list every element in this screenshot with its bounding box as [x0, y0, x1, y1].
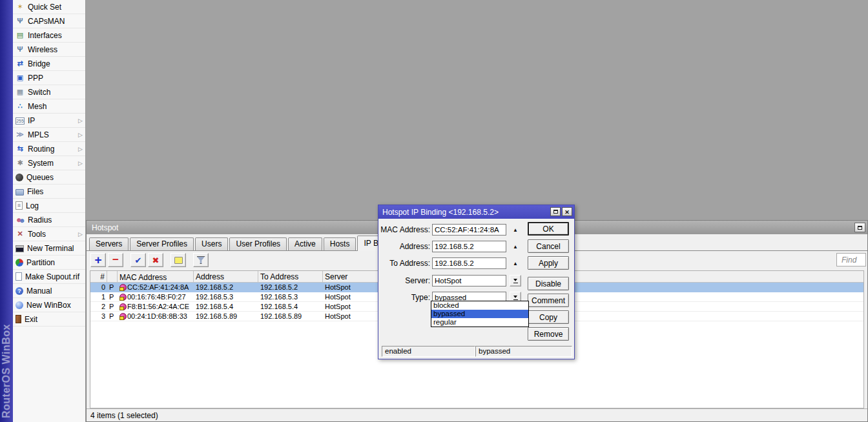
sidebar-item-new-winbox[interactable]: New WinBox — [13, 298, 85, 312]
sidebar-item-tools[interactable]: Tools — [13, 227, 85, 241]
column-header-number[interactable]: # — [90, 271, 107, 282]
row-flag: P — [107, 283, 118, 291]
filter-button[interactable] — [193, 253, 209, 267]
column-header-server[interactable]: Server — [323, 271, 380, 282]
sidebar-item-label: Routing — [28, 145, 78, 154]
address-label: Address: — [380, 242, 430, 251]
sidebar-item-ip[interactable]: IP — [13, 114, 85, 128]
to-address-label: To Address: — [380, 259, 430, 268]
tab-hosts[interactable]: Hosts — [324, 237, 356, 250]
sidebar-item-label: New WinBox — [26, 301, 83, 310]
tab-users[interactable]: Users — [195, 237, 228, 250]
plus-icon — [94, 254, 101, 266]
row-address: 192.168.5.89 — [194, 312, 258, 320]
row-mac-cell: CC:52:AF:41:24:8A — [118, 283, 194, 291]
column-header-address[interactable]: Address — [194, 271, 258, 282]
row-address: 192.168.5.4 — [194, 303, 258, 310]
dropdown-option-regular[interactable]: regular — [431, 318, 528, 327]
restore-icon — [858, 226, 862, 230]
column-header-mac[interactable]: MAC Address — [118, 271, 194, 282]
antenna-icon — [16, 17, 25, 25]
sidebar-item-routing[interactable]: Routing — [13, 142, 85, 156]
tab-server-profiles[interactable]: Server Profiles — [130, 237, 194, 250]
ok-button[interactable]: OK — [528, 222, 569, 236]
cross-icon — [152, 256, 160, 265]
disable-button[interactable]: Disable — [528, 277, 569, 290]
tab-servers[interactable]: Servers — [89, 237, 129, 250]
comment-button[interactable] — [170, 253, 186, 267]
apply-button[interactable]: Apply — [528, 256, 569, 270]
dropdown-option-bypassed[interactable]: bypassed — [431, 310, 528, 318]
sidebar-item-partition[interactable]: Partition — [13, 256, 85, 270]
dialog-maximize-button[interactable] — [550, 207, 561, 216]
sidebar-item-capsman[interactable]: CAPsMAN — [13, 14, 85, 28]
row-server: HotSpot — [323, 283, 380, 291]
sidebar-item-make-supout[interactable]: Make Supout.rif — [13, 270, 85, 284]
up-arrow-button[interactable] — [510, 224, 521, 236]
sidebar-item-label: Queues — [26, 173, 83, 182]
column-header-flags[interactable] — [107, 271, 118, 282]
sidebar-item-label: IP — [28, 116, 78, 125]
sidebar-item-bridge[interactable]: Bridge — [13, 57, 85, 71]
tab-user-profiles[interactable]: User Profiles — [229, 237, 287, 250]
row-number: 3 — [90, 312, 107, 320]
sidebar-item-new-terminal[interactable]: New Terminal — [13, 241, 85, 256]
sidebar-item-label: MPLS — [28, 130, 78, 139]
add-button[interactable] — [90, 253, 106, 267]
mac-address-field[interactable]: CC:52:AF:41:24:8A — [432, 224, 506, 236]
server-dropdown-button[interactable] — [510, 275, 521, 286]
enable-button[interactable] — [130, 253, 146, 267]
sidebar-item-radius[interactable]: Radius — [13, 213, 85, 227]
row-to-address: 192.168.5.4 — [258, 303, 323, 310]
copy-button[interactable]: Copy — [528, 310, 569, 324]
disable-button[interactable] — [148, 253, 163, 267]
to-address-field[interactable]: 192.168.5.2 — [432, 257, 506, 269]
sidebar-item-switch[interactable]: Switch — [13, 85, 85, 99]
sidebar-item-system[interactable]: System — [13, 156, 85, 170]
sidebar-item-manual[interactable]: Manual — [13, 284, 85, 298]
ip-binding-icon — [119, 303, 127, 310]
gear-icon — [16, 159, 25, 167]
remove-button[interactable]: Remove — [528, 327, 569, 341]
up-arrow-button[interactable] — [510, 257, 521, 269]
sidebar-item-quick-set[interactable]: Quick Set — [13, 0, 85, 14]
sidebar-item-interfaces[interactable]: Interfaces — [13, 28, 85, 43]
globe-icon — [16, 301, 23, 309]
close-icon — [564, 207, 570, 216]
sidebar-item-label: CAPsMAN — [28, 17, 83, 26]
column-header-to-address[interactable]: To Address — [258, 271, 323, 282]
terminal-icon — [16, 245, 24, 252]
dialog-close-button[interactable] — [562, 207, 572, 216]
sidebar-item-label: Interfaces — [28, 31, 83, 40]
address-field[interactable]: 192.168.5.2 — [432, 241, 506, 252]
sidebar-item-label: Exit — [25, 315, 83, 324]
dialog-status-enabled: enabled — [382, 346, 475, 357]
row-flag: P — [107, 312, 118, 320]
type-label: Type: — [380, 293, 430, 302]
find-button[interactable]: Find — [836, 253, 866, 266]
up-arrow-button[interactable] — [510, 241, 521, 252]
hotspot-ip-binding-dialog: Hotspot IP Binding <192.168.5.2> MAC Add… — [378, 205, 575, 359]
ip-binding-icon — [119, 294, 127, 301]
server-select[interactable]: HotSpot — [432, 275, 506, 286]
sidebar-item-mesh[interactable]: Mesh — [13, 99, 85, 114]
sidebar-item-wireless[interactable]: Wireless — [13, 43, 85, 57]
row-mac: 00:16:76:4B:F0:27 — [127, 293, 186, 301]
sidebar-item-ppp[interactable]: PPP — [13, 71, 85, 85]
antenna-icon — [16, 45, 25, 54]
sidebar-item-queues[interactable]: Queues — [13, 170, 85, 185]
dialog-titlebar[interactable]: Hotspot IP Binding <192.168.5.2> — [378, 205, 574, 219]
window-title: Hotspot — [92, 223, 118, 232]
maximize-button[interactable] — [854, 223, 865, 232]
dropdown-option-blocked[interactable]: blocked — [431, 301, 528, 310]
comment-button[interactable]: Comment — [528, 294, 569, 307]
mpls-tags-icon — [16, 130, 25, 139]
sidebar-item-exit[interactable]: Exit — [13, 312, 85, 327]
dropdown-arrow-icon — [513, 278, 518, 283]
sidebar-item-log[interactable]: Log — [13, 199, 85, 213]
sidebar-item-files[interactable]: Files — [13, 185, 85, 199]
tab-active[interactable]: Active — [288, 237, 322, 250]
remove-button[interactable] — [108, 253, 123, 267]
sidebar-item-mpls[interactable]: MPLS — [13, 128, 85, 142]
cancel-button[interactable]: Cancel — [528, 239, 569, 253]
